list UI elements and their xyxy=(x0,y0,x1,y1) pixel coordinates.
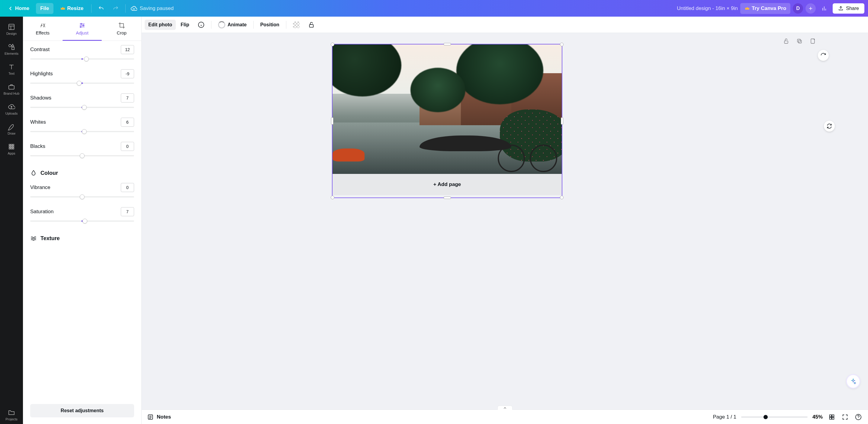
edit-photo-button[interactable]: Edit photo xyxy=(145,20,176,30)
edit-tabs: Effects Adjust Crop xyxy=(23,17,141,41)
zoom-percentage[interactable]: 45% xyxy=(812,414,823,420)
control-vibrance: Vibrance 0 xyxy=(30,183,134,200)
fullscreen-button[interactable] xyxy=(841,413,849,421)
control-label: Saturation xyxy=(30,209,54,215)
svg-rect-17 xyxy=(9,144,10,145)
canvas-stage[interactable]: + Add page xyxy=(142,33,868,409)
slider-thumb[interactable] xyxy=(80,153,85,158)
tab-effects[interactable]: Effects xyxy=(23,17,63,40)
selection-frame[interactable]: + Add page xyxy=(332,44,562,198)
add-page-bar[interactable]: + Add page xyxy=(333,174,562,195)
position-button[interactable]: Position xyxy=(257,20,283,30)
zoom-slider[interactable] xyxy=(741,414,808,420)
resize-handle-l[interactable] xyxy=(331,117,334,124)
nav-projects[interactable]: Projects xyxy=(0,406,23,424)
resize-handle-t[interactable] xyxy=(444,43,451,45)
nav-uploads[interactable]: Uploads xyxy=(0,100,23,118)
nav-brand-hub[interactable]: Brand Hub xyxy=(0,80,23,98)
save-status-label: Saving paused xyxy=(140,5,173,11)
value-input-vibrance[interactable]: 0 xyxy=(121,183,134,192)
add-page-button[interactable] xyxy=(809,37,817,45)
resize-button[interactable]: Resize xyxy=(56,3,88,14)
slider-thumb[interactable] xyxy=(82,129,87,134)
slider-shadows[interactable] xyxy=(30,104,134,111)
nav-draw[interactable]: Draw xyxy=(0,120,23,138)
insights-button[interactable] xyxy=(818,2,830,15)
info-button[interactable] xyxy=(194,19,208,31)
expand-pages-panel[interactable] xyxy=(497,405,513,410)
resize-handle-bl[interactable] xyxy=(331,196,334,199)
add-page-label: + Add page xyxy=(433,181,461,188)
svg-rect-23 xyxy=(9,148,10,149)
svg-rect-24 xyxy=(11,148,12,149)
slider-thumb[interactable] xyxy=(82,105,87,110)
design-title-input[interactable] xyxy=(659,5,738,11)
nav-design[interactable]: Design xyxy=(0,20,23,38)
slider-highlights[interactable] xyxy=(30,80,134,87)
section-texture: Texture xyxy=(30,235,134,242)
resize-handle-br[interactable] xyxy=(560,196,564,199)
resize-handle-b[interactable] xyxy=(444,197,451,199)
magic-button[interactable] xyxy=(847,375,860,388)
duplicate-page-button[interactable] xyxy=(796,37,803,45)
top-bar: Home File Resize Saving paused Try Canva… xyxy=(0,0,868,17)
slider-blacks[interactable] xyxy=(30,152,134,159)
resize-label: Resize xyxy=(67,5,84,11)
add-member-button[interactable] xyxy=(805,3,816,13)
page-lock-button[interactable] xyxy=(782,37,790,45)
resize-handle-r[interactable] xyxy=(561,117,563,124)
tab-adjust[interactable]: Adjust xyxy=(63,17,102,40)
pen-icon xyxy=(8,123,15,130)
control-whites: Whites 6 xyxy=(30,118,134,135)
tab-crop[interactable]: Crop xyxy=(102,17,141,40)
reset-adjustments-button[interactable]: Reset adjustments xyxy=(30,404,134,417)
chevron-up-icon xyxy=(503,406,507,410)
zoom-thumb[interactable] xyxy=(764,415,768,419)
grid-view-button[interactable] xyxy=(828,413,836,421)
resize-handle-tr[interactable] xyxy=(560,43,564,46)
fullscreen-icon xyxy=(842,414,848,420)
slider-thumb[interactable] xyxy=(77,81,82,86)
nav-label: Elements xyxy=(4,52,19,55)
cloud-upload-icon xyxy=(8,103,15,110)
nav-elements[interactable]: Elements xyxy=(0,40,23,58)
file-menu[interactable]: File xyxy=(36,3,53,14)
value-input-contrast[interactable]: 12 xyxy=(121,45,134,54)
slider-whites[interactable] xyxy=(30,128,134,135)
section-colour: Colour xyxy=(30,170,134,176)
share-button[interactable]: Share xyxy=(833,3,864,13)
adjust-controls-scroll[interactable]: Contrast 12 Highlights -9 Shadows 7 Whit… xyxy=(23,41,141,399)
control-saturation: Saturation 7 xyxy=(30,207,134,225)
slider-saturation[interactable] xyxy=(30,218,134,225)
refresh-icon xyxy=(820,52,826,58)
save-status: Saving paused xyxy=(130,5,173,12)
lock-button[interactable] xyxy=(304,19,318,31)
undo-button[interactable] xyxy=(95,2,107,15)
slider-vibrance[interactable] xyxy=(30,193,134,200)
redo-button[interactable] xyxy=(110,2,122,15)
sync-button[interactable] xyxy=(824,121,835,132)
value-input-blacks[interactable]: 0 xyxy=(121,142,134,151)
home-button[interactable]: Home xyxy=(4,3,33,14)
value-input-saturation[interactable]: 7 xyxy=(121,207,134,216)
value-input-whites[interactable]: 6 xyxy=(121,118,134,127)
notes-button[interactable]: Notes xyxy=(147,414,171,420)
photo-content[interactable] xyxy=(333,45,562,174)
nav-text[interactable]: Text xyxy=(0,60,23,78)
slider-thumb[interactable] xyxy=(80,194,85,199)
resize-handle-tl[interactable] xyxy=(331,43,334,46)
nav-label: Text xyxy=(8,72,14,75)
try-canva-pro-button[interactable]: Try Canva Pro xyxy=(740,3,790,14)
quick-actions-button[interactable] xyxy=(818,50,829,61)
slider-thumb[interactable] xyxy=(83,219,87,224)
value-input-highlights[interactable]: -9 xyxy=(121,69,134,78)
help-button[interactable] xyxy=(854,413,863,421)
transparency-button[interactable] xyxy=(289,19,303,31)
value-input-shadows[interactable]: 7 xyxy=(121,93,134,103)
slider-thumb[interactable] xyxy=(84,57,89,61)
slider-contrast[interactable] xyxy=(30,55,134,63)
user-avatar[interactable]: D xyxy=(793,3,803,13)
nav-apps[interactable]: Apps xyxy=(0,140,23,158)
animate-button[interactable]: Animate xyxy=(214,19,250,31)
flip-button[interactable]: Flip xyxy=(177,20,193,30)
